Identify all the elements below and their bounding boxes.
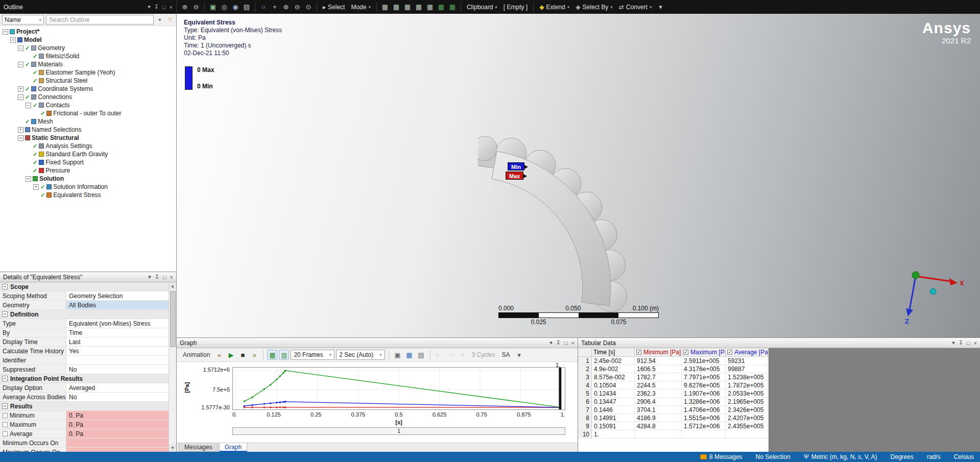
details-row[interactable]: Display TimeLast: [0, 337, 169, 347]
details-row[interactable]: Identifier: [0, 356, 169, 365]
details-value[interactable]: [66, 439, 169, 447]
details-value[interactable]: [66, 356, 169, 364]
tabular-menu-icon[interactable]: ▾: [952, 339, 955, 346]
outline-close-icon[interactable]: ×: [170, 4, 173, 10]
expander-icon[interactable]: −: [26, 103, 31, 108]
table-cell[interactable]: 0.14991: [592, 414, 635, 422]
units-status[interactable]: Ψ Metric (m, kg, N, s, V, A): [804, 453, 877, 460]
details-value[interactable]: Geometry Selection: [66, 291, 169, 300]
details-value[interactable]: 0. Pa: [66, 420, 169, 429]
table-cell[interactable]: 4.3176e+005: [682, 365, 726, 373]
image-capture-icon[interactable]: ▤: [242, 2, 252, 12]
table-cell[interactable]: 2244.5: [635, 381, 682, 389]
sa-label[interactable]: SA: [499, 351, 513, 358]
details-value[interactable]: No: [66, 365, 169, 374]
table-cell[interactable]: 1.5515e+006: [682, 414, 726, 422]
tree-item[interactable]: −✓Connections: [0, 93, 176, 101]
table-row[interactable]: 70.14463704.11.4706e+0062.3426e+005: [578, 406, 769, 414]
tree-item[interactable]: ✓Equivalent Stress: [0, 191, 176, 199]
restore-windows-icon[interactable]: ▦: [425, 2, 435, 12]
filter-funnel-icon[interactable]: ▽: [166, 16, 174, 24]
iso-view-icon[interactable]: ▣: [208, 2, 218, 12]
expander-icon[interactable]: −: [18, 94, 23, 100]
tree-item[interactable]: −Project*: [0, 28, 176, 36]
details-float-icon[interactable]: □: [163, 274, 166, 280]
details-row[interactable]: TypeEquivalent (von-Mises) Stress: [0, 319, 169, 328]
tab-graph[interactable]: Graph: [219, 443, 247, 452]
details-row[interactable]: Calculate Time HistoryYes: [0, 347, 169, 356]
pan-icon[interactable]: +: [270, 2, 280, 12]
table-cell[interactable]: 1.4706e+006: [682, 406, 726, 414]
magnify-out-icon[interactable]: ⊖: [292, 2, 302, 12]
time-chart-icon[interactable]: ▥: [279, 350, 289, 360]
result-checkbox[interactable]: [3, 422, 8, 427]
details-value[interactable]: All Bodies: [66, 301, 169, 309]
expander-icon[interactable]: +: [33, 184, 39, 190]
table-cell[interactable]: 4186.9: [635, 414, 682, 422]
expander-icon[interactable]: +: [18, 127, 23, 133]
details-value[interactable]: Time: [66, 328, 169, 337]
animation-play-icon[interactable]: ▶: [226, 350, 236, 360]
table-cell[interactable]: 4.9e-002: [592, 365, 635, 373]
table-cell[interactable]: 1606.5: [635, 365, 682, 373]
details-row[interactable]: Maximum Occurs On: [0, 448, 169, 452]
orientation-triad[interactable]: X Z: [898, 265, 967, 325]
tree-item[interactable]: ✓Elastomer Sample (Yeoh): [0, 68, 176, 77]
table-row[interactable]: 40.105042244.59.6276e+0051.7872e+005: [578, 381, 769, 390]
tree-item[interactable]: ✓Pressure: [0, 166, 176, 175]
search-outline-input[interactable]: [46, 15, 154, 25]
details-category-row[interactable]: −Results: [0, 402, 169, 411]
collapse-icon[interactable]: −: [2, 376, 8, 381]
expander-icon[interactable]: −: [18, 62, 23, 67]
table-cell[interactable]: 99887: [726, 365, 768, 373]
wireframe-view-icon[interactable]: ◎: [219, 2, 229, 12]
graph-pin-icon[interactable]: ↧: [556, 339, 561, 346]
temperature-units-status[interactable]: Celsius: [954, 453, 974, 460]
toolbar-overflow-icon[interactable]: ▾: [655, 2, 665, 12]
details-row[interactable]: GeometryAll Bodies: [0, 301, 169, 310]
table-cell[interactable]: 0.1446: [592, 406, 635, 414]
expander-icon[interactable]: −: [26, 176, 31, 182]
table-cell[interactable]: 2.1965e+005: [726, 398, 768, 405]
data-table-icon[interactable]: ▦: [447, 2, 458, 12]
details-value[interactable]: No: [66, 393, 169, 401]
column-header[interactable]: ✓Minimum [Pa]: [635, 348, 682, 356]
gear-model[interactable]: [478, 124, 636, 315]
cascade-windows-icon[interactable]: ▦: [414, 2, 424, 12]
animation-last-icon[interactable]: »: [249, 350, 259, 360]
duration-select[interactable]: 2 Sec (Auto)▾: [336, 350, 385, 360]
details-pin-icon[interactable]: ↧: [155, 274, 159, 280]
tab-messages[interactable]: Messages: [179, 443, 218, 452]
table-cell[interactable]: 2.4355e+005: [726, 422, 768, 430]
collapse-icon[interactable]: −: [2, 403, 8, 409]
details-row[interactable]: Minimum Occurs On: [0, 439, 169, 448]
details-row[interactable]: Average0. Pa: [0, 429, 169, 439]
table-cell[interactable]: 2.0533e+005: [726, 390, 768, 397]
result-checkbox[interactable]: [3, 431, 8, 436]
details-row[interactable]: ByTime: [0, 328, 169, 337]
details-scrollbar[interactable]: ▲ ▼: [169, 282, 176, 452]
table-cell[interactable]: 1782.7: [635, 373, 682, 381]
table-row[interactable]: 80.149914186.91.5515e+0062.4207e+005: [578, 414, 769, 422]
tree-item[interactable]: +Named Selections: [0, 126, 176, 134]
result-sets-chart-icon[interactable]: ▦: [267, 350, 277, 360]
graph-float-icon[interactable]: □: [564, 340, 568, 346]
tree-item[interactable]: −Solution: [0, 175, 176, 183]
scroll-up-icon[interactable]: ▲: [169, 282, 176, 290]
graph-close-icon[interactable]: ×: [571, 340, 575, 346]
tree-item[interactable]: +✓Coordinate Systems: [0, 85, 176, 93]
scrollbar-thumb[interactable]: [170, 291, 176, 347]
messages-status[interactable]: 8 Messages: [700, 453, 743, 460]
details-row[interactable]: Average Across BodiesNo: [0, 393, 169, 402]
table-row[interactable]: 24.9e-0021606.54.3176e+00599887: [578, 365, 769, 373]
outline-float-icon[interactable]: □: [162, 4, 166, 10]
table-cell[interactable]: 1.5712e+006: [682, 422, 726, 430]
table-cell[interactable]: [682, 430, 726, 438]
chart-grid-icon[interactable]: ▦: [404, 350, 415, 360]
selection-filter-icon[interactable]: ○: [258, 2, 269, 12]
angular-velocity-status[interactable]: rad/s: [927, 453, 941, 460]
animation-stop-icon[interactable]: ■: [237, 350, 248, 360]
new-window-icon[interactable]: ▦: [380, 2, 390, 12]
convert-dropdown[interactable]: ⇄Convert▾: [616, 4, 655, 11]
details-value[interactable]: 0. Pa: [66, 429, 169, 438]
